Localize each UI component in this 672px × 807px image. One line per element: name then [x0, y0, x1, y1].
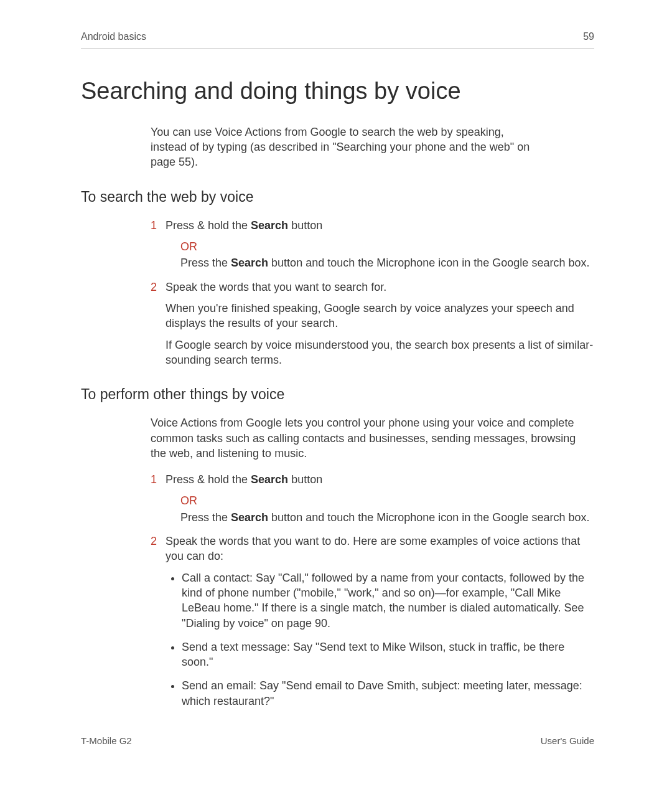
- section-heading: To search the web by voice: [81, 187, 594, 207]
- step-text: Speak the words that you want to search …: [166, 280, 594, 295]
- section-intro: Voice Actions from Google lets you contr…: [151, 415, 594, 461]
- list-item: 2 Speak the words that you want to searc…: [151, 280, 594, 374]
- page-title: Searching and doing things by voice: [81, 75, 594, 107]
- list-item: 2 Speak the words that you want to do. H…: [151, 534, 594, 717]
- bullet-item: Call a contact: Say "Call," followed by …: [182, 570, 594, 631]
- bullet-item: Send an email: Say "Send email to Dave S…: [182, 678, 594, 709]
- page-number: 59: [583, 30, 594, 44]
- step-text: Speak the words that you want to do. Her…: [166, 534, 594, 564]
- section-heading: To perform other things by voice: [81, 385, 594, 404]
- bullet-item: Send a text message: Say "Send text to M…: [182, 639, 594, 670]
- intro-paragraph: You can use Voice Actions from Google to…: [151, 125, 538, 170]
- or-label: OR: [180, 239, 594, 254]
- step-number: 2: [151, 534, 166, 717]
- step-text: Press & hold the Search button: [166, 472, 594, 487]
- bullet-list: Call a contact: Say "Call," followed by …: [166, 570, 594, 709]
- step-text: If Google search by voice misunderstood …: [166, 337, 594, 368]
- footer-left: T-Mobile G2: [81, 735, 132, 747]
- page-footer: T-Mobile G2 User's Guide: [81, 735, 594, 747]
- step-text: Press the Search button and touch the Mi…: [180, 255, 594, 270]
- step-number: 2: [151, 280, 166, 374]
- step-text: When you're finished speaking, Google se…: [166, 301, 594, 331]
- page: Android basics 59 Searching and doing th…: [0, 0, 672, 807]
- footer-right: User's Guide: [541, 735, 594, 747]
- step-text: Press the Search button and touch the Mi…: [180, 510, 594, 525]
- list-item: 1 Press & hold the Search button OR Pres…: [151, 218, 594, 277]
- step-number: 1: [151, 218, 166, 277]
- step-number: 1: [151, 472, 166, 531]
- page-header: Android basics 59: [81, 30, 594, 49]
- or-label: OR: [180, 493, 594, 508]
- list-item: 1 Press & hold the Search button OR Pres…: [151, 472, 594, 531]
- header-left: Android basics: [81, 30, 146, 44]
- step-text: Press & hold the Search button: [166, 218, 594, 233]
